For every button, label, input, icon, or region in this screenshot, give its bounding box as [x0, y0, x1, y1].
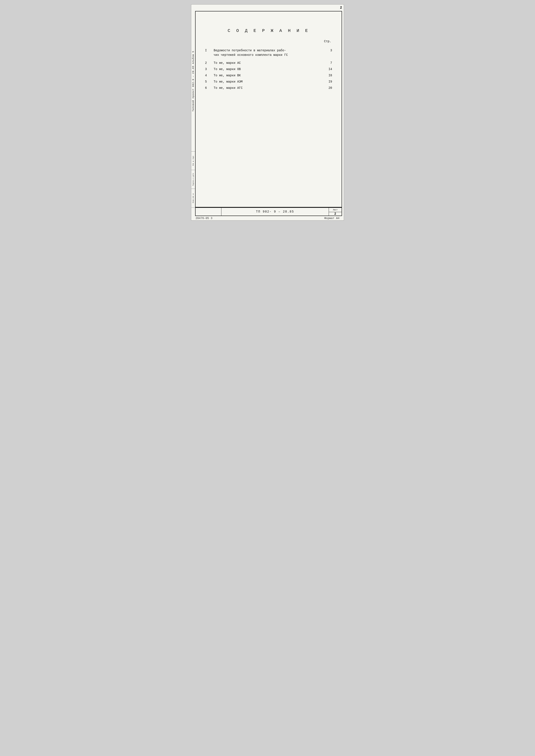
toc-item-text: Ведомости потребности в материалах рабо-… [212, 47, 321, 58]
document-code: 20476-05 3 [196, 217, 212, 220]
toc-item-text: То же, марки АЭМ [212, 79, 321, 85]
below-page: 20476-05 3 Формат А4 [191, 217, 344, 220]
toc-row: 5То же, марки АЭМI9 [204, 79, 333, 85]
toc-item-num: 3 [204, 66, 212, 73]
toc-item-num: I [204, 47, 212, 58]
bottom-left-spacer [196, 208, 221, 216]
toc-spacer [204, 58, 333, 60]
toc-row: 6То же, марки АГС20 [204, 85, 333, 91]
sidebar-text: Типовой проект 902-9 – 28.85 Альбом 5 [192, 51, 194, 111]
toc-item-page: 3 [321, 47, 333, 58]
sheet-num: 2 [329, 212, 342, 216]
stamp-area: Инв № подл Подпись и дата Взам инв № [191, 151, 195, 207]
bottom-block: ТП 902- 9 – 28.85 Лист 2 [195, 207, 342, 216]
toc-item-num: 2 [204, 60, 212, 66]
toc-item-page: I9 [321, 79, 333, 85]
toc-row: 4То же, марки ВКI8 [204, 73, 333, 79]
stamp-box-2: Подпись и дата [191, 170, 195, 189]
toc-item-page: I4 [321, 66, 333, 73]
page-title: С О Д Е Р Ж А Н И Е [204, 28, 333, 33]
page: 2 Типовой проект 902-9 – 28.85 Альбом 5 … [191, 4, 344, 221]
toc-item-num: 5 [204, 79, 212, 85]
stamp-label-3: Взам инв № [192, 193, 194, 203]
toc-item-page: 20 [321, 85, 333, 91]
toc-row: 2То же, марки АС7 [204, 60, 333, 66]
toc-item-page: I8 [321, 73, 333, 79]
sheet-label: Лист [329, 208, 342, 212]
toc-item-num: 4 [204, 73, 212, 79]
toc-item-page: 7 [321, 60, 333, 66]
stamp-label-2: Подпись и дата [192, 173, 194, 186]
format-label: Формат А4 [324, 217, 339, 220]
bottom-right: Лист 2 [329, 208, 342, 216]
toc-item-text: То же, марки ВК [212, 73, 321, 79]
toc-item-text: То же, марки ОВ [212, 66, 321, 73]
page-col-label: Стр. [204, 40, 333, 43]
stamp-label-1: Инв № подл [192, 156, 194, 166]
toc-item-num: 6 [204, 85, 212, 91]
toc-item-text: То же, марки АС [212, 60, 321, 66]
stamp-box-3: Взам инв № [191, 189, 195, 208]
sidebar-area: Типовой проект 902-9 – 28.85 Альбом 5 [191, 11, 195, 151]
page-number-top: 2 [340, 6, 342, 10]
toc-item-text: То же, марки АГС [212, 85, 321, 91]
toc-row: IВедомости потребности в материалах рабо… [204, 47, 333, 58]
toc-table: IВедомости потребности в материалах рабо… [204, 47, 333, 91]
stamp-box-1: Инв № подл [191, 152, 195, 170]
toc-row: 3То же, марки ОВI4 [204, 66, 333, 73]
main-content: С О Д Е Р Ж А Н И Е Стр. IВедомости потр… [195, 11, 342, 207]
bottom-title: ТП 902- 9 – 28.85 [221, 208, 329, 216]
